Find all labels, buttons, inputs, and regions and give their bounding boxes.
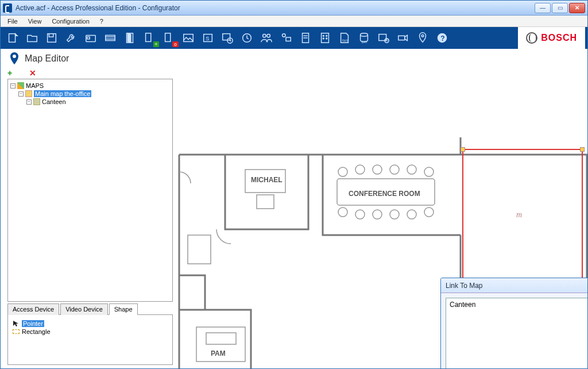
page-header: Map Editor [1,49,587,68]
svg-point-46 [390,165,399,174]
window-title: Active.acf - Access Professional Edition… [16,4,535,12]
tab-access-device[interactable]: Access Device [7,303,59,315]
svg-point-17 [263,34,266,38]
shape-rectangle[interactable]: Rectangle [13,328,168,336]
dialog-list-item[interactable]: Canteen [450,301,587,309]
door-add-icon[interactable]: + [140,29,159,47]
door-icon[interactable] [120,29,140,47]
clock-icon[interactable] [237,29,257,47]
door-alert-icon[interactable]: 0 [159,29,179,47]
maps-folder-icon [17,82,24,89]
svg-point-39 [13,55,16,58]
minimize-button[interactable]: — [535,3,551,13]
svg-point-44 [355,165,365,174]
svg-rect-11 [184,34,194,42]
svg-point-52 [390,210,399,219]
device-tabs: Access Device Video Device Shape [7,303,173,315]
svg-rect-10 [165,33,171,42]
window-buttons: — ▭ ✕ [535,3,585,13]
tree-item-label: Canteen [42,98,66,105]
tree-item-main-map[interactable]: −Main map the-office [18,90,170,98]
map-editor-icon [10,52,19,65]
new-icon[interactable] [3,29,22,47]
people-icon[interactable] [257,29,276,47]
close-button[interactable]: ✕ [569,3,585,13]
shape-label: Rectangle [22,328,51,335]
schedule-icon[interactable]: S [198,29,218,47]
svg-text:W: W [385,39,389,42]
shape-pointer[interactable]: Pointer [13,320,168,328]
app-window: Active.acf - Access Professional Edition… [0,0,588,369]
svg-text:?: ? [440,34,444,43]
svg-point-53 [407,210,416,219]
svg-text:TXT: TXT [342,39,348,43]
map-tree-panel: −MAPS −Main map the-office −Canteen [7,79,173,302]
svg-point-19 [283,34,286,37]
titlebar: Active.acf - Access Professional Edition… [1,1,587,16]
maximize-button[interactable]: ▭ [552,3,568,13]
svg-point-45 [373,165,382,174]
tree-root[interactable]: −MAPS [10,82,170,90]
left-column: + ✕ −MAPS −Main map the-office −Canteen [1,68,176,368]
wrench-icon[interactable] [61,29,81,47]
menu-file[interactable]: File [3,17,22,26]
svg-point-36 [421,35,424,37]
rectangle-icon [13,329,20,334]
dialog-list[interactable]: Canteen [446,298,587,368]
svg-rect-55 [206,333,236,344]
svg-rect-5 [106,35,115,40]
label-michael: MICHAEL [251,176,283,184]
map-canvas[interactable]: MICHAEL CONFERENCE ROOM PAM KITCHEN [176,68,587,368]
txt-icon[interactable]: TXT [335,29,354,47]
save-icon[interactable] [42,29,61,47]
svg-rect-62 [188,235,211,264]
shape-label: Pointer [22,320,44,327]
svg-point-43 [338,167,347,176]
remove-map-button[interactable]: ✕ [29,68,36,78]
svg-point-49 [338,207,347,217]
map-tree[interactable]: −MAPS −Main map the-office −Canteen [10,82,170,106]
card-icon[interactable] [81,29,100,47]
main-area: + ✕ −MAPS −Main map the-office −Canteen [1,68,587,368]
help-icon[interactable]: ? [432,29,452,47]
add-map-button[interactable]: + [7,68,12,78]
picture-icon[interactable] [179,29,198,47]
tab-shape[interactable]: Shape [109,303,138,315]
doc-icon[interactable] [296,29,315,47]
pointer-icon [13,320,20,327]
svg-rect-14 [223,34,230,40]
people-card-icon[interactable] [276,29,296,47]
svg-point-25 [323,35,324,36]
tree-root-label: MAPS [26,82,44,89]
database-icon[interactable]: DAT [354,29,374,47]
svg-point-27 [323,38,324,39]
web-icon[interactable]: W [374,29,393,47]
svg-point-48 [424,167,434,176]
dialog-title: Link To Map [441,278,587,293]
keypad-icon[interactable] [315,29,335,47]
menubar: File View Configuration ? [1,16,587,27]
svg-rect-4 [87,37,90,39]
label-conference: CONFERENCE ROOM [349,190,420,198]
svg-point-47 [407,165,416,174]
open-icon[interactable] [22,29,42,47]
svg-rect-9 [146,33,151,42]
svg-point-51 [373,210,382,219]
svg-rect-0 [9,34,16,43]
menu-help[interactable]: ? [95,17,108,26]
camera-icon[interactable] [393,29,413,47]
house-icon [25,90,32,97]
svg-rect-20 [286,37,291,41]
film-icon[interactable] [100,29,120,47]
svg-text:DAT: DAT [361,40,368,44]
svg-point-28 [326,38,327,39]
menu-view[interactable]: View [24,17,47,26]
map-pin-icon[interactable] [413,29,432,47]
toolbar: + 0 S TXT DAT W ? BOSCH [1,27,587,49]
app-icon [3,3,12,13]
tab-video-device[interactable]: Video Device [60,303,108,315]
menu-configuration[interactable]: Configuration [47,17,94,26]
svg-point-54 [424,207,434,217]
calendar-clock-icon[interactable] [218,29,237,47]
tree-item-canteen[interactable]: −Canteen [26,98,170,106]
